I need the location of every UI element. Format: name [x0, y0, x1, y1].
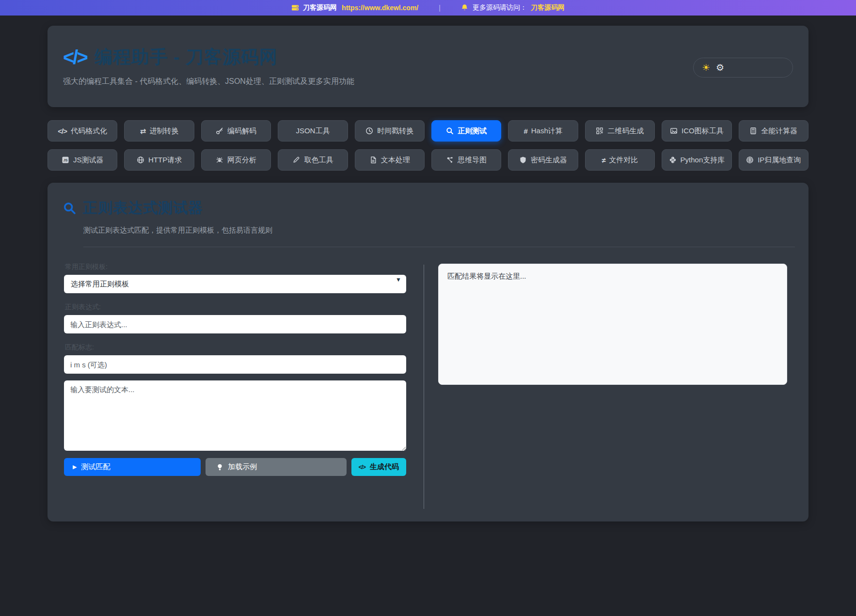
clock-icon [365, 127, 373, 135]
match-result-box: 匹配结果将显示在这里... [438, 264, 787, 385]
code-logo-icon: </> [63, 47, 87, 68]
tab-json-tools[interactable]: JSON工具 [278, 120, 348, 142]
globe2-icon [746, 156, 754, 164]
tab-label: 取色工具 [304, 156, 333, 165]
sun-icon[interactable]: ☀ [702, 63, 710, 72]
tab-label: 文件对比 [609, 156, 638, 165]
theme-toggle-pill[interactable]: ☀ ⚙ [693, 58, 793, 78]
tab-label: ICO图标工具 [682, 126, 724, 136]
top-announcement-bar: 刀客源码网 https://www.dkewl.com/ | 更多源码请访问： … [0, 0, 856, 16]
swap-icon: ⇄ [140, 127, 146, 135]
tab-ico-tool[interactable]: ICO图标工具 [662, 120, 731, 142]
site-name: 刀客源码网 [303, 3, 337, 12]
regex-tester-card: 正则表达式测试器 测试正则表达式匹配，提供常用正则模板，包括易语言规则 常用正则… [48, 183, 808, 521]
gear-icon[interactable]: ⚙ [716, 63, 724, 72]
more-sources-link[interactable]: 刀客源码网 [531, 3, 565, 12]
tab-python-lib[interactable]: Python支持库 [662, 149, 731, 171]
tool-tabs-grid: </>代码格式化⇄进制转换编码解码JSON工具时间戳转换正则测试#Hash计算二… [48, 120, 808, 171]
template-select[interactable]: 选择常用正则模板 ▼ [64, 275, 406, 293]
tab-label: 网页分析 [227, 156, 256, 165]
test-text-input[interactable] [64, 380, 406, 451]
globe-icon [137, 156, 144, 164]
tool-subtitle: 测试正则表达式匹配，提供常用正则模板，包括易语言规则 [83, 226, 795, 235]
tab-color-picker[interactable]: 取色工具 [278, 149, 348, 171]
generate-code-button[interactable]: </> 生成代码 [351, 458, 406, 476]
tab-js-tester[interactable]: JSJS测试器 [48, 149, 117, 171]
tab-label: 代码格式化 [71, 126, 107, 136]
flags-input[interactable] [64, 355, 406, 374]
generate-code-label: 生成代码 [370, 462, 399, 472]
tab-label: Python支持库 [681, 156, 725, 165]
hash-icon: # [523, 127, 527, 135]
tab-label: 思维导图 [458, 156, 487, 165]
tab-label: Hash计算 [531, 126, 563, 136]
tab-password-gen[interactable]: 密码生成器 [508, 149, 578, 171]
play-icon: ▶ [73, 464, 77, 470]
tab-label: JSON工具 [296, 126, 330, 136]
page-title: 编程助手 - 刀客源码网 [95, 45, 278, 69]
result-panel: 匹配结果将显示在这里... [438, 263, 787, 509]
regex-input[interactable] [64, 315, 406, 333]
python-icon [669, 156, 677, 164]
tab-base-convert[interactable]: ⇄进制转换 [124, 120, 194, 142]
spider-icon [216, 156, 223, 164]
calculator-icon [749, 127, 757, 135]
flags-label: 匹配标志: [65, 343, 406, 352]
tab-calculator[interactable]: 全能计算器 [739, 120, 808, 142]
page-subtitle: 强大的编程工具集合 - 代码格式化、编码转换、JSON处理、正则测试及更多实用功… [63, 77, 793, 87]
tab-code-format[interactable]: </>代码格式化 [48, 120, 117, 142]
shield-icon [519, 156, 527, 164]
chevron-down-icon: ▼ [396, 276, 401, 283]
regex-label: 正则表达式: [65, 303, 406, 312]
regex-form: 常用正则模板: 选择常用正则模板 ▼ 正则表达式: 匹配标志: ▶ 测试匹配 [64, 263, 406, 509]
tab-label: 正则测试 [458, 126, 487, 136]
search-icon [446, 127, 454, 135]
bulb-icon [216, 463, 223, 471]
tab-file-diff[interactable]: ≠文件对比 [585, 149, 655, 171]
load-example-label: 加载示例 [228, 462, 257, 472]
image-icon [670, 127, 678, 135]
tab-qrcode-gen[interactable]: 二维码生成 [585, 120, 655, 142]
tab-label: IP归属地查询 [758, 156, 801, 165]
app-header-card: </> 编程助手 - 刀客源码网 强大的编程工具集合 - 代码格式化、编码转换、… [48, 26, 808, 107]
tab-regex-test[interactable]: 正则测试 [431, 120, 501, 142]
load-example-button[interactable]: 加载示例 [206, 458, 346, 476]
tab-label: 进制转换 [149, 126, 178, 136]
template-select-value: 选择常用正则模板 [71, 280, 129, 289]
bell-icon [461, 4, 469, 12]
template-label: 常用正则模板: [65, 263, 406, 271]
topbar-separator: | [439, 4, 441, 12]
tab-mindmap[interactable]: 思维导图 [431, 149, 501, 171]
tab-label: JS测试器 [73, 156, 104, 165]
pen-icon [292, 156, 300, 164]
search-icon [63, 202, 76, 215]
tab-label: 时间戳转换 [377, 126, 413, 136]
tool-title: 正则表达式测试器 [83, 198, 203, 218]
test-match-button[interactable]: ▶ 测试匹配 [64, 458, 201, 476]
code-icon: </> [58, 127, 67, 135]
key-icon [216, 127, 223, 135]
tab-ip-lookup[interactable]: IP归属地查询 [739, 149, 808, 171]
tab-text-process[interactable]: 文本处理 [355, 149, 425, 171]
tab-web-analyze[interactable]: 网页分析 [201, 149, 271, 171]
qr-icon [596, 127, 603, 135]
tab-timestamp[interactable]: 时间戳转换 [355, 120, 425, 142]
neq-icon: ≠ [602, 157, 605, 164]
tab-hash-calc[interactable]: #Hash计算 [508, 120, 578, 142]
tab-encode-decode[interactable]: 编码解码 [201, 120, 271, 142]
test-match-label: 测试匹配 [81, 462, 110, 472]
tab-label: HTTP请求 [148, 156, 182, 165]
tab-http-request[interactable]: HTTP请求 [124, 149, 194, 171]
doc-icon [369, 156, 377, 164]
site-url-link[interactable]: https://www.dkewl.com/ [342, 4, 418, 12]
svg-text:JS: JS [63, 158, 67, 162]
tab-label: 密码生成器 [531, 156, 567, 165]
tab-label: 文本处理 [381, 156, 410, 165]
mindmap-icon [446, 156, 454, 164]
tab-label: 编码解码 [227, 126, 256, 136]
js-icon: JS [62, 156, 69, 164]
code-icon: </> [359, 464, 365, 470]
column-divider [424, 265, 424, 509]
server-icon [291, 4, 299, 12]
tab-label: 全能计算器 [761, 126, 797, 136]
